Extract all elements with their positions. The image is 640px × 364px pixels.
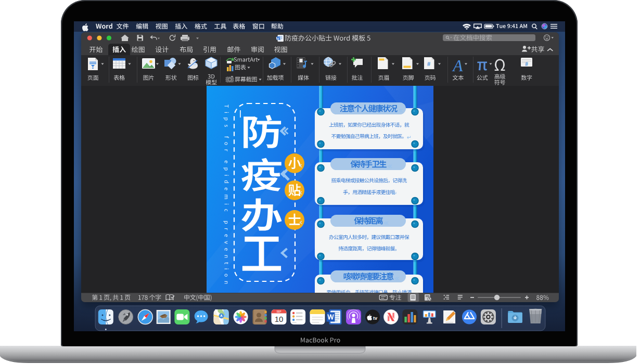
svg-text:tv: tv [373, 316, 377, 321]
svg-text:#: # [427, 61, 430, 67]
svg-text:A: A [452, 57, 464, 75]
svg-text:SEP: SEP [276, 310, 281, 313]
svg-text:#: # [525, 61, 528, 67]
svg-text:10: 10 [275, 315, 284, 323]
